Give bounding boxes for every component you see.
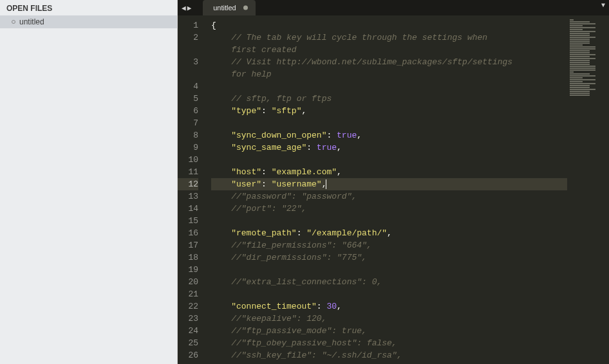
line-number: 9	[178, 141, 198, 154]
tab-nav-arrows: ◀ ▶	[178, 0, 195, 15]
line-number: 22	[178, 300, 198, 313]
minimap-content	[570, 19, 606, 96]
code-line[interactable]: "user": "username",	[211, 178, 567, 190]
line-number: 15	[178, 215, 198, 227]
line-number: 4	[178, 80, 198, 93]
line-number: 24	[178, 325, 198, 337]
code-area[interactable]: { // The tab key will cycle through the …	[205, 15, 567, 364]
tab-dirty-icon	[243, 6, 248, 10]
editor-main: ◀ ▶ untitled ▼ 1234567891011121314151617…	[178, 0, 609, 364]
line-number: 8	[178, 129, 198, 141]
sidebar-item-file[interactable]: untitled	[0, 15, 177, 28]
line-number: 13	[178, 190, 198, 203]
code-line[interactable]: //"dir_permissions": "775",	[211, 251, 567, 264]
code-line[interactable]: //"keepalive": 120,	[211, 313, 567, 325]
code-line[interactable]: "sync_down_on_open": true,	[211, 129, 567, 141]
minimap[interactable]	[567, 15, 609, 364]
open-files-header: OPEN FILES	[0, 0, 177, 15]
tab-untitled[interactable]: untitled	[203, 0, 255, 15]
line-number: 27	[178, 361, 198, 364]
code-line[interactable]: // The tab key will cycle through the se…	[211, 32, 567, 44]
code-line[interactable]: // Visit http://wbond.net/sublime_packag…	[211, 56, 567, 68]
code-line[interactable]: //"file_permissions": "664",	[211, 239, 567, 251]
code-line[interactable]: //"port": "22",	[211, 203, 567, 215]
code-line[interactable]: "sync_same_age": true,	[211, 141, 567, 154]
tab-next-icon[interactable]: ▶	[187, 4, 192, 12]
code-line[interactable]: //"ftp_passive_mode": true,	[211, 325, 567, 337]
code-line[interactable]: "type": "sftp",	[211, 105, 567, 117]
line-number: 21	[178, 288, 198, 300]
code-line[interactable]: "connect_timeout": 30,	[211, 300, 567, 313]
code-line[interactable]	[211, 215, 567, 227]
code-line[interactable]	[211, 154, 567, 166]
sidebar: OPEN FILES untitled	[0, 0, 178, 364]
dirty-indicator-icon	[12, 20, 15, 24]
line-number: 23	[178, 313, 198, 325]
code-line[interactable]: "remote_path": "/example/path/",	[211, 227, 567, 239]
code-line[interactable]: //"sftp_flags": ["-F", "/path/to/ssh_con…	[211, 361, 567, 364]
code-line[interactable]: "host": "example.com",	[211, 166, 567, 178]
line-number	[178, 44, 198, 56]
code-line[interactable]: {	[211, 19, 567, 32]
line-number: 18	[178, 251, 198, 264]
line-number: 2	[178, 32, 198, 44]
line-number: 11	[178, 166, 198, 178]
line-number: 19	[178, 264, 198, 276]
tab-bar: ◀ ▶ untitled ▼	[178, 0, 609, 15]
code-line[interactable]	[211, 288, 567, 300]
line-number: 3	[178, 56, 198, 68]
line-number: 1	[178, 19, 198, 32]
tab-label: untitled	[213, 4, 236, 12]
code-line[interactable]: // sftp, ftp or ftps	[211, 93, 567, 105]
line-number: 16	[178, 227, 198, 239]
line-number: 6	[178, 105, 198, 117]
sidebar-item-label: untitled	[19, 17, 44, 26]
code-line[interactable]: first created	[211, 44, 567, 56]
tab-overflow-icon[interactable]: ▼	[601, 2, 605, 9]
line-number: 5	[178, 93, 198, 105]
code-line[interactable]	[211, 80, 567, 93]
code-line[interactable]: //"password": "password",	[211, 190, 567, 203]
line-number: 7	[178, 117, 198, 129]
line-number-gutter: 1234567891011121314151617181920212223242…	[178, 15, 205, 364]
code-line[interactable]: //"ftp_obey_passive_host": false,	[211, 337, 567, 349]
line-number: 17	[178, 239, 198, 251]
line-number	[178, 68, 198, 80]
code-line[interactable]	[211, 117, 567, 129]
line-number: 10	[178, 154, 198, 166]
line-number: 14	[178, 203, 198, 215]
code-line[interactable]: //"ssh_key_file": "~/.ssh/id_rsa",	[211, 349, 567, 361]
line-number: 12	[178, 178, 198, 190]
line-number: 26	[178, 349, 198, 361]
tab-prev-icon[interactable]: ◀	[182, 4, 186, 12]
line-number: 20	[178, 276, 198, 288]
editor[interactable]: 1234567891011121314151617181920212223242…	[178, 15, 609, 364]
code-line[interactable]: //"extra_list_connections": 0,	[211, 276, 567, 288]
line-number: 25	[178, 337, 198, 349]
code-line[interactable]	[211, 264, 567, 276]
code-line[interactable]: for help	[211, 68, 567, 80]
